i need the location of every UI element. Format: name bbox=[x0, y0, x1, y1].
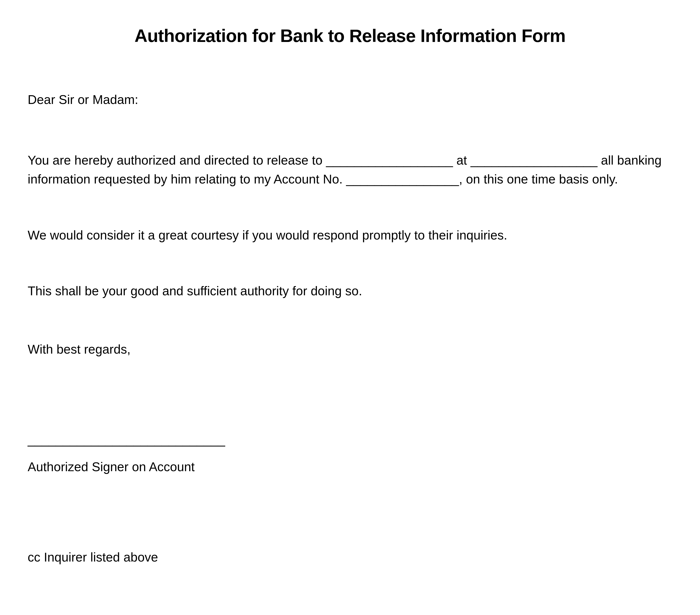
signer-label: Authorized Signer on Account bbox=[28, 457, 672, 476]
document-title: Authorization for Bank to Release Inform… bbox=[28, 25, 672, 46]
paragraph-courtesy: We would consider it a great courtesy if… bbox=[28, 226, 672, 245]
salutation: Dear Sir or Madam: bbox=[28, 90, 672, 109]
closing-regards: With best regards, bbox=[28, 340, 672, 359]
paragraph-authorization: You are hereby authorized and directed t… bbox=[28, 151, 672, 189]
signature-line: ____________________________ bbox=[28, 430, 672, 449]
paragraph-authority: This shall be your good and sufficient a… bbox=[28, 281, 672, 301]
cc-line: cc Inquirer listed above bbox=[28, 548, 672, 567]
